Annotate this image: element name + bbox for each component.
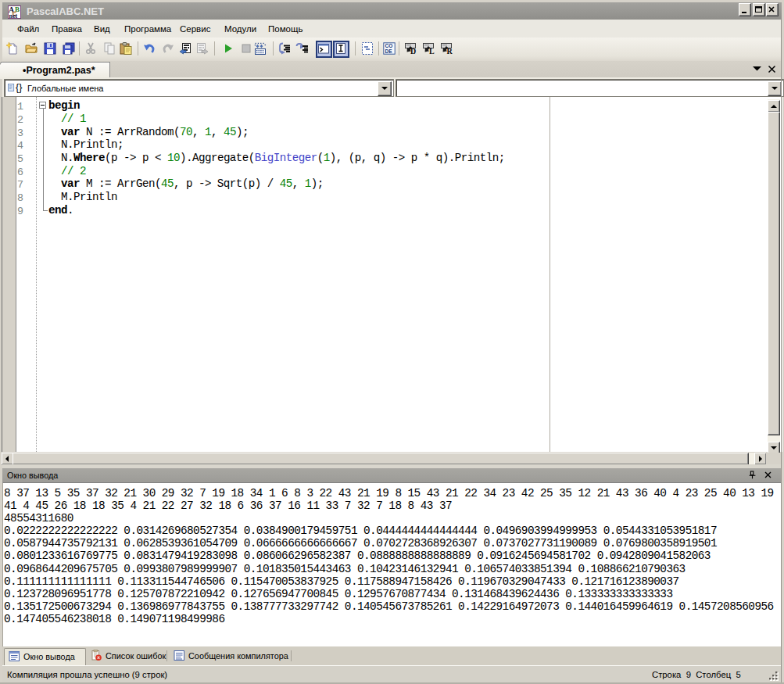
svg-text:L: L bbox=[429, 47, 435, 56]
svg-text:net: net bbox=[9, 13, 18, 19]
svg-text:D: D bbox=[410, 47, 416, 56]
svg-text:DE: DE bbox=[385, 48, 393, 54]
svg-text:R: R bbox=[447, 47, 453, 56]
